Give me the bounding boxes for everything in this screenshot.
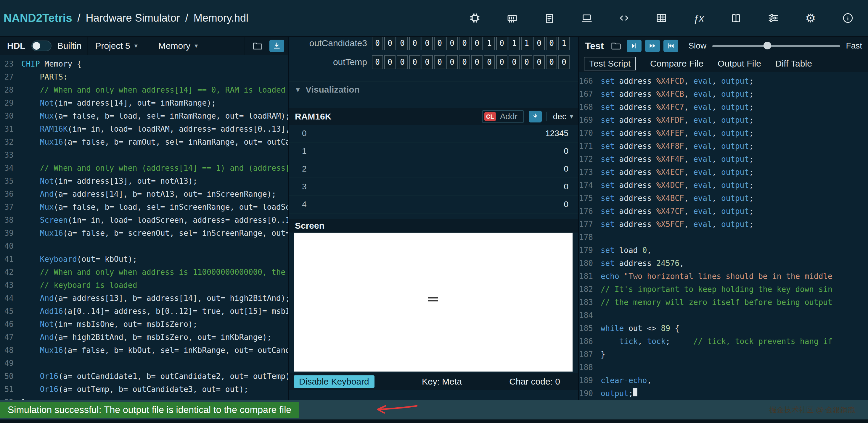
line-content: set address %X4FCD, eval, output; bbox=[601, 74, 754, 88]
line-content: Add16(a[0..14]= address, b[0..12]= true,… bbox=[21, 305, 288, 318]
memory-icon[interactable] bbox=[505, 11, 519, 25]
line-number: 29 bbox=[0, 96, 21, 109]
line-number: 179 bbox=[579, 244, 601, 257]
code-line: 38 Screen(in= in, load= loadScreen, addr… bbox=[0, 214, 288, 227]
ram-value[interactable]: 0 bbox=[564, 182, 568, 191]
goto-address-button[interactable] bbox=[529, 110, 542, 123]
table-icon[interactable] bbox=[654, 11, 669, 25]
fx-icon[interactable]: ƒx bbox=[691, 11, 706, 25]
code-line: 47 And(a= high2BitAnd, b= msbIsZero, out… bbox=[0, 331, 288, 344]
chevron-down-icon: ▾ bbox=[194, 42, 198, 50]
download-icon[interactable] bbox=[270, 40, 284, 52]
code-line: 28 // When and only when address[14] == … bbox=[0, 84, 288, 96]
code-icon[interactable] bbox=[617, 11, 631, 25]
code-line: 45 Add16(a[0..14]= address, b[0..12]= tr… bbox=[0, 305, 288, 318]
line-content: And(a= address[14], b= notA13, out= inSc… bbox=[21, 188, 276, 201]
project-select[interactable]: Project 5 ▾ bbox=[87, 37, 145, 55]
sliders-icon[interactable] bbox=[766, 11, 780, 25]
fast-forward-icon[interactable] bbox=[645, 40, 660, 52]
format-select[interactable]: dec ▾ bbox=[547, 112, 573, 121]
screen-drawn-lines bbox=[428, 295, 438, 303]
builtin-toggle[interactable] bbox=[31, 40, 52, 51]
pin-bit-cell: 0 bbox=[471, 37, 483, 50]
code-line: 190output; bbox=[579, 387, 868, 400]
ram-value[interactable]: 12345 bbox=[545, 129, 568, 138]
disable-keyboard-button[interactable]: Disable Keyboard bbox=[294, 376, 374, 388]
test-script-editor[interactable]: 166set address %X4FCD, eval, output;167s… bbox=[579, 72, 868, 400]
line-content: set address %X4FDF, eval, output; bbox=[601, 113, 754, 127]
chip-icon[interactable] bbox=[468, 11, 482, 25]
fast-label: Fast bbox=[846, 41, 862, 51]
slider-track bbox=[712, 45, 840, 47]
topbar-icons: ƒx⚙ bbox=[468, 11, 855, 25]
tab-test-script[interactable]: Test Script bbox=[584, 57, 636, 70]
ram-value[interactable]: 0 bbox=[564, 200, 568, 209]
line-number: 42 bbox=[0, 266, 21, 279]
code-line: 184 bbox=[579, 309, 868, 322]
pin-bit-cell: 1 bbox=[558, 37, 569, 50]
tab-output-file[interactable]: Output File bbox=[718, 59, 761, 69]
ram-addr-box: CL Addr bbox=[482, 110, 524, 123]
hdl-code-editor[interactable]: 23CHIP Memory {27 PARTS:28 // When and o… bbox=[0, 55, 288, 400]
brand-logo[interactable]: NAND2Tetris bbox=[4, 12, 72, 25]
line-number: 169 bbox=[579, 113, 601, 127]
tab-diff-table[interactable]: Diff Table bbox=[775, 59, 812, 69]
step-forward-icon[interactable] bbox=[627, 40, 642, 52]
code-line: 49 bbox=[0, 357, 288, 370]
code-line: 33 bbox=[0, 149, 288, 162]
laptop-icon[interactable] bbox=[580, 11, 594, 25]
code-line: 50 Or16(a= outCandidate1, b= outCandidat… bbox=[0, 370, 288, 383]
visualization-header[interactable]: ▾ Visualization bbox=[289, 81, 578, 98]
line-content: while out <> 89 { bbox=[601, 322, 679, 335]
line-content: set address %X4F8F, eval, output; bbox=[601, 140, 754, 153]
line-number: 27 bbox=[0, 70, 21, 84]
ram-value[interactable]: 0 bbox=[564, 164, 568, 174]
pin-bit-cell: 0 bbox=[533, 37, 545, 50]
folder-icon[interactable] bbox=[609, 39, 623, 52]
ram-address: 1 bbox=[302, 147, 307, 156]
line-content: // When and only when (address[14] == 1)… bbox=[21, 162, 288, 174]
line-content: set address %X47CF, eval, output; bbox=[601, 205, 754, 218]
test-panel: Test Slow Fast Test ScriptCompare FileOu… bbox=[579, 37, 868, 400]
code-line: 180set address 24576, bbox=[579, 257, 868, 270]
slow-label: Slow bbox=[688, 41, 706, 51]
info-icon[interactable] bbox=[841, 11, 855, 25]
breadcrumb-app-name: Hardware Simulator bbox=[86, 12, 180, 24]
code-line: 167set address %X4FCB, eval, output; bbox=[579, 88, 868, 101]
folder-icon[interactable] bbox=[250, 39, 265, 52]
speed-slider-knob[interactable] bbox=[764, 42, 771, 50]
code-line: 29 Not(in= address[14], out= inRamRange)… bbox=[0, 96, 288, 109]
ram-value[interactable]: 0 bbox=[564, 147, 568, 156]
code-line: 23CHIP Memory { bbox=[0, 57, 288, 70]
line-number: 38 bbox=[0, 214, 21, 227]
pin-bit-cell: 0 bbox=[397, 37, 408, 50]
line-content: // It's important to keep holding the ke… bbox=[601, 283, 833, 296]
clear-ram-button[interactable]: CL bbox=[484, 112, 496, 121]
chip-select[interactable]: Memory ▾ bbox=[151, 37, 205, 55]
line-content: Not(in= address[13], out= notA13); bbox=[21, 174, 197, 188]
key-label: Key: Meta bbox=[422, 377, 462, 387]
code-line: 174set address %X4DCF, eval, output; bbox=[579, 179, 868, 192]
gear-icon[interactable]: ⚙ bbox=[803, 11, 818, 25]
chevron-down-icon: ▾ bbox=[134, 42, 138, 50]
test-panel-header: Test Slow Fast bbox=[579, 37, 868, 55]
line-content: output; bbox=[601, 387, 638, 400]
code-line: 187} bbox=[579, 348, 868, 361]
line-number: 172 bbox=[579, 153, 601, 166]
rewind-icon[interactable] bbox=[663, 40, 678, 52]
line-number: 190 bbox=[579, 387, 601, 400]
code-line: 43 // keyboard is loaded bbox=[0, 279, 288, 292]
tab-compare-file[interactable]: Compare File bbox=[650, 59, 704, 69]
book-icon[interactable] bbox=[729, 11, 743, 25]
line-content: tick, tock; // tick, tock prevents hang … bbox=[601, 335, 833, 348]
speed-slider[interactable] bbox=[712, 42, 840, 50]
pin-name: outTemp bbox=[289, 57, 372, 67]
pin-bit-cell: 0 bbox=[409, 55, 421, 69]
line-content: Mux(a= false, b= load, sel= inRamRange, … bbox=[21, 109, 288, 123]
line-number: 31 bbox=[0, 123, 21, 135]
keyboard-bar: Disable Keyboard Key: Meta Char code: 0 bbox=[289, 373, 578, 390]
ram-address: 4 bbox=[302, 200, 307, 209]
line-number: 36 bbox=[0, 188, 21, 201]
clipboard-icon[interactable] bbox=[542, 11, 557, 25]
code-line: 183// the memory will zero itself before… bbox=[579, 296, 868, 309]
